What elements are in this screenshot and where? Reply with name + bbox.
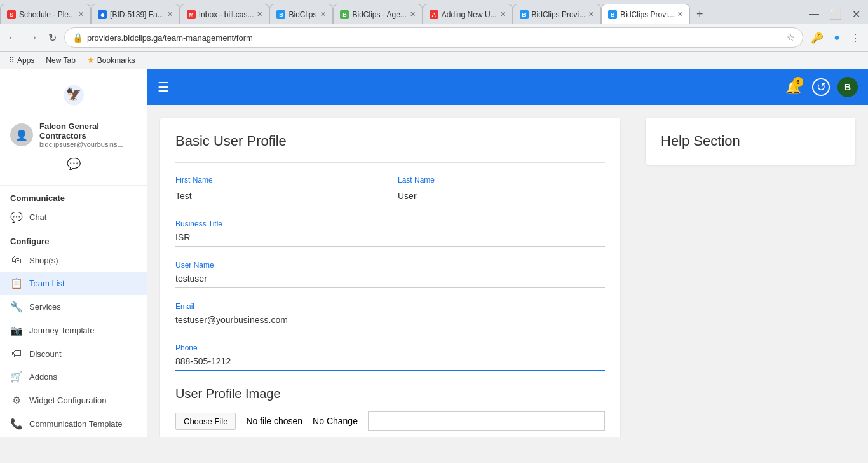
sidebar-item-support[interactable]: 💬 Support [0,436,147,437]
tab-7-close[interactable]: ✕ [588,10,594,18]
sidebar-item-shops[interactable]: 🛍 Shop(s) [0,249,147,272]
tab-7-title: BidClips Provi... [532,10,586,19]
back-button[interactable]: ← [5,29,20,46]
tab-2-title: [BID-5139] Fa... [110,10,164,19]
sidebar-widget-label: Widget Configuration [29,396,106,405]
tab-6[interactable]: A Adding New U... ✕ [423,4,513,24]
tab-7[interactable]: B BidClips Provi... ✕ [513,4,602,24]
shop-icon: 🛍 [10,254,23,266]
sidebar-teamlist-label: Team List [29,279,65,288]
tab-5-title: BidClips - Age... [352,10,406,19]
tab-1-title: Schedule - Ple... [19,10,75,19]
forward-button[interactable]: → [25,29,41,46]
chat-icon-button[interactable]: 💬 [67,157,81,171]
username-input[interactable] [175,270,605,288]
maximize-button[interactable]: ⬜ [827,6,844,23]
close-window-button[interactable]: ✕ [850,6,863,23]
sidebar-item-journey-template[interactable]: 📷 Journey Template [0,319,147,342]
tab-5-close[interactable]: ✕ [410,10,416,18]
apps-toolbar-label: Apps [17,56,34,65]
journey-template-icon: 📷 [10,324,23,336]
new-tab-toolbar-item[interactable]: New Tab [42,54,79,67]
tab-1-close[interactable]: ✕ [78,10,84,18]
tab-5[interactable]: B BidClips - Age... ✕ [333,4,422,24]
bookmarks-toolbar-item[interactable]: ★ Bookmarks [83,53,139,67]
form-title: Basic User Profile [175,133,605,149]
svg-text:🦅: 🦅 [66,86,82,102]
company-logo: 🦅 [55,79,93,111]
business-title-input[interactable] [175,228,605,247]
extensions-button[interactable]: 🔑 [808,29,826,46]
phone-section: Phone [175,342,605,371]
right-side: ☰ 🔔 6 ↺ B Basic User Profile [147,69,868,437]
sidebar-item-team-list[interactable]: 📋 Team List [0,272,147,295]
content-area: Basic User Profile First Name Last Name [147,105,633,437]
no-change-text: No Change [313,416,358,426]
email-input[interactable] [175,311,605,329]
tab-8-close[interactable]: ✕ [677,10,683,18]
choose-file-button[interactable]: Choose File [175,413,236,430]
hamburger-icon[interactable]: ☰ [158,79,169,95]
tab-6-close[interactable]: ✕ [500,10,506,18]
right-panel: Help Section [633,105,868,437]
configure-section-label: Configure [0,229,147,249]
tab-1[interactable]: S Schedule - Ple... ✕ [0,4,91,24]
tab-3-close[interactable]: ✕ [257,10,262,18]
first-name-label: First Name [175,176,383,184]
sidebar: 🦅 👤 Falcon General Contractors bidclipsu… [0,69,147,437]
business-title-section: Business Title [175,218,605,247]
tab-8[interactable]: B BidClips Provi... ✕ [601,4,690,24]
tab-4-close[interactable]: ✕ [320,10,326,18]
tab-2[interactable]: ◆ [BID-5139] Fa... ✕ [91,4,180,24]
logo-svg: 🦅 [58,83,90,108]
sidebar-item-discount[interactable]: 🏷 Discount [0,342,147,365]
app-wrapper: 🦅 👤 Falcon General Contractors bidclipsu… [0,69,868,437]
sidebar-item-addons[interactable]: 🛒 Addons [0,365,147,389]
business-title-label: Business Title [175,219,222,228]
name-row: First Name Last Name [175,176,605,205]
image-url-input[interactable] [368,411,605,431]
tab-8-title: BidClips Provi... [620,10,674,19]
tab-4[interactable]: B BidClips ✕ [269,4,333,24]
tab-2-close[interactable]: ✕ [167,10,173,18]
sidebar-item-communication-template[interactable]: 📞 Communication Template [0,412,147,436]
tab-6-title: Adding New U... [442,10,497,19]
email-section: Email [175,301,605,329]
tab-4-title: BidClips [288,10,317,19]
sidebar-user-info: 👤 Falcon General Contractors bidclipsuse… [10,116,137,153]
sidebar-services-label: Services [29,302,61,312]
url-input[interactable] [87,33,783,43]
new-tab-button[interactable]: + [690,4,710,24]
refresh-button[interactable]: ↺ [810,76,832,99]
apps-toolbar-item[interactable]: ⠿ Apps [5,54,38,67]
reload-button[interactable]: ↻ [46,29,59,46]
minimize-button[interactable]: — [806,6,822,22]
username-section: User Name [175,259,605,288]
star-icon[interactable]: ☆ [787,32,795,43]
last-name-group: Last Name [398,176,605,205]
sidebar-item-chat[interactable]: 💬 Chat [0,205,147,229]
sidebar-discount-label: Discount [29,349,62,359]
profile-image-title: User Profile Image [175,387,605,401]
chat-icon: 💬 [10,211,23,223]
notification-button[interactable]: 🔔 6 [782,76,804,99]
form-divider [175,162,605,163]
sidebar-addons-label: Addons [29,372,57,382]
phone-input[interactable] [175,352,605,371]
tab-3[interactable]: M Inbox - bill.cas... ✕ [180,4,270,24]
communication-template-icon: 📞 [10,418,23,430]
first-name-input[interactable] [175,187,383,205]
last-name-label: Last Name [398,176,605,184]
address-bar[interactable]: 🔒 ☆ [64,27,803,48]
user-email: bidclipsuser@yourbusins... [39,141,137,148]
sidebar-item-services[interactable]: 🔧 Services [0,295,147,319]
account-button[interactable]: ● [831,29,843,46]
last-name-input[interactable] [398,187,605,205]
user-avatar-top[interactable]: B [837,77,858,97]
sidebar-item-widget-configuration[interactable]: ⚙ Widget Configuration [0,389,147,412]
company-name: Falcon General Contractors [39,121,137,141]
file-upload-row: Choose File No file chosen No Change [175,411,605,431]
menu-button[interactable]: ⋮ [848,29,863,46]
avatar: 👤 [10,123,33,146]
help-card: Help Section [646,118,855,165]
